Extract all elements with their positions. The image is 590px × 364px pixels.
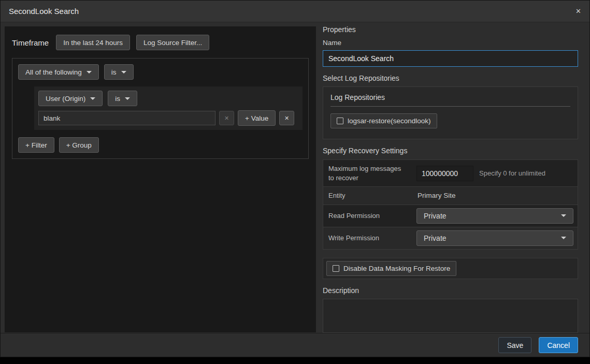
filter-operator-label: is: [115, 95, 120, 103]
recovery-settings-table: Maximum log messages to recover Specify …: [323, 159, 578, 250]
secondlook-search-dialog: SecondLook Search ✕ Timeframe In the las…: [0, 0, 590, 357]
setting-value-cell: Primary Site: [412, 187, 578, 205]
clear-value-button[interactable]: ✕: [219, 111, 234, 125]
add-group-button[interactable]: + Group: [59, 137, 99, 153]
checkbox-icon: [337, 118, 343, 124]
save-button[interactable]: Save: [498, 337, 531, 353]
filter-actions-row: + Filter + Group: [18, 137, 303, 153]
table-row-max-messages: Maximum log messages to recover Specify …: [323, 160, 578, 187]
chevron-down-icon: [125, 97, 130, 100]
log-repository-label: logsar-restore(secondlook): [348, 117, 431, 125]
name-label: Name: [323, 39, 578, 47]
filter-group: User (Origin) is ✕ + Value ✕: [34, 86, 303, 130]
data-masking-box: Disable Data Masking For Restore: [323, 258, 578, 279]
filter-condition-dropdown[interactable]: All of the following: [18, 64, 99, 80]
filter-condition-label: All of the following: [25, 68, 82, 76]
filter-root-operator-dropdown[interactable]: is: [104, 64, 134, 80]
log-source-filter-button[interactable]: Log Source Filter...: [136, 35, 209, 50]
table-row-write-permission: Write Permission Private: [323, 227, 578, 249]
setting-label: Write Permission: [323, 227, 412, 249]
filter-field-label: User (Origin): [46, 95, 85, 103]
checkbox-icon: [333, 265, 339, 272]
properties-heading: Properties: [323, 25, 578, 34]
filter-builder: All of the following is User (Origin) is: [12, 58, 309, 159]
filter-field-row: User (Origin) is: [38, 91, 298, 106]
chevron-down-icon: [121, 71, 126, 74]
cancel-button[interactable]: Cancel: [539, 337, 578, 353]
timeframe-label: Timeframe: [12, 38, 49, 47]
log-repositories-heading: Log Repositories: [330, 93, 570, 107]
disable-data-masking-checkbox[interactable]: Disable Data Masking For Restore: [326, 261, 456, 276]
filter-value-input[interactable]: [38, 111, 215, 125]
chevron-down-icon: [87, 71, 92, 74]
remove-filter-icon: ✕: [284, 115, 289, 122]
chevron-down-icon: [561, 214, 566, 217]
dialog-title: SecondLook Search: [9, 7, 79, 16]
chevron-down-icon: [561, 237, 566, 239]
description-label: Description: [323, 286, 578, 295]
read-permission-dropdown[interactable]: Private: [416, 208, 573, 224]
add-filter-button[interactable]: + Filter: [18, 137, 54, 153]
log-repositories-box: Log Repositories logsar-restore(secondlo…: [323, 86, 578, 139]
table-row-read-permission: Read Permission Private: [323, 205, 578, 227]
filter-root-operator-label: is: [111, 68, 117, 76]
clear-value-icon: ✕: [224, 115, 229, 122]
remove-filter-button[interactable]: ✕: [279, 111, 294, 125]
disable-data-masking-label: Disable Data Masking For Restore: [343, 265, 450, 272]
setting-value-cell: Private: [412, 227, 578, 249]
unlimited-hint: Specify 0 for unlimited: [479, 169, 545, 177]
close-icon[interactable]: ✕: [575, 8, 581, 14]
recovery-settings-heading: Specify Recovery Settings: [323, 147, 578, 155]
max-messages-input[interactable]: [416, 166, 473, 181]
entity-value: Primary Site: [416, 192, 456, 199]
filter-value-row: ✕ + Value ✕: [38, 110, 298, 126]
setting-value-cell: Specify 0 for unlimited: [412, 160, 578, 186]
select-log-repositories-label: Select Log Repositories: [323, 74, 578, 82]
table-row-entity: Entity Primary Site: [323, 187, 578, 205]
read-permission-value: Private: [424, 212, 447, 220]
setting-value-cell: Private: [412, 205, 578, 227]
log-repository-checkbox-item[interactable]: logsar-restore(secondlook): [330, 113, 437, 128]
add-value-button[interactable]: + Value: [238, 110, 276, 126]
filter-field-dropdown[interactable]: User (Origin): [38, 91, 103, 106]
filter-root-row: All of the following is: [18, 64, 303, 80]
write-permission-value: Private: [424, 234, 447, 242]
query-builder-panel: Timeframe In the last 24 hours Log Sourc…: [5, 26, 316, 332]
setting-label: Read Permission: [323, 205, 412, 227]
write-permission-dropdown[interactable]: Private: [416, 230, 573, 246]
name-input[interactable]: [323, 50, 578, 67]
timeframe-row: Timeframe In the last 24 hours Log Sourc…: [12, 35, 309, 50]
description-textarea[interactable]: [323, 299, 578, 333]
chevron-down-icon: [90, 97, 95, 100]
setting-label: Maximum log messages to recover: [323, 160, 412, 186]
properties-panel: Properties Name Select Log Repositories …: [323, 25, 578, 335]
filter-operator-dropdown[interactable]: is: [108, 91, 137, 106]
setting-label: Entity: [323, 187, 412, 205]
timeframe-button[interactable]: In the last 24 hours: [56, 35, 130, 50]
dialog-footer: Save Cancel: [1, 333, 589, 357]
dialog-titlebar: SecondLook Search ✕: [1, 1, 589, 22]
